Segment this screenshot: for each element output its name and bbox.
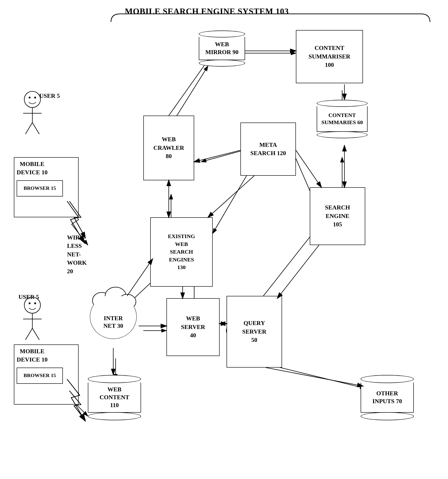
content-summaries-node: CONTENTSUMMARIES 60 bbox=[317, 100, 368, 139]
browser-1-label: BROWSER 15 bbox=[24, 185, 56, 192]
content-summariser-label: CONTENTSUMMARISER100 bbox=[309, 44, 350, 69]
mobile-device-1-label: MOBILEDEVICE 10 bbox=[17, 160, 48, 177]
svg-point-36 bbox=[34, 302, 36, 304]
browser-1-box: BROWSER 15 bbox=[17, 180, 63, 197]
main-title: MOBILE SEARCH ENGINE SYSTEM 103 bbox=[125, 7, 289, 16]
wireless-network-label: WIRE-LESSNET-WORK20 bbox=[67, 233, 87, 276]
lightning-1 bbox=[65, 201, 93, 238]
search-engine-label: SEARCHENGINE105 bbox=[325, 203, 350, 229]
other-inputs-label: OTHERINPUTS 70 bbox=[372, 390, 402, 405]
svg-line-40 bbox=[32, 328, 39, 340]
content-summariser-node: CONTENTSUMMARISER100 bbox=[296, 30, 363, 83]
svg-text:INTER: INTER bbox=[104, 315, 123, 322]
user-1-label: USER 5 bbox=[39, 93, 60, 100]
svg-line-39 bbox=[26, 328, 32, 340]
web-server-node: WEBSERVER40 bbox=[167, 298, 220, 356]
browser-2-label: BROWSER 15 bbox=[24, 372, 56, 379]
query-server-node: QUERYSERVER50 bbox=[227, 296, 282, 368]
meta-search-label: METASEARCH 120 bbox=[250, 141, 286, 158]
diagram: MOBILE SEARCH ENGINE SYSTEM 103 WEBMIRRO… bbox=[0, 0, 448, 479]
search-engine-node: SEARCHENGINE105 bbox=[310, 187, 365, 245]
web-mirror-node: WEBMIRROR 90 bbox=[199, 30, 245, 67]
existing-web-node: EXISTINGWEBSEARCHENGINES130 bbox=[150, 217, 213, 287]
existing-web-label: EXISTINGWEBSEARCHENGINES130 bbox=[168, 233, 195, 271]
user-2-label: USER 5 bbox=[19, 294, 39, 300]
svg-line-8 bbox=[213, 166, 252, 233]
internet-cloud: INTER NET 30 bbox=[88, 287, 139, 347]
svg-point-35 bbox=[29, 302, 31, 304]
content-summaries-label: CONTENTSUMMARIES 60 bbox=[321, 112, 363, 126]
mobile-device-2-label: MOBILEDEVICE 10 bbox=[17, 347, 48, 364]
web-content-label: WEBCONTENT110 bbox=[100, 386, 129, 409]
svg-line-32 bbox=[26, 123, 32, 134]
query-server-label: QUERYSERVER50 bbox=[242, 319, 267, 344]
svg-line-33 bbox=[32, 123, 39, 134]
svg-point-28 bbox=[29, 97, 31, 99]
browser-2-box: BROWSER 15 bbox=[17, 368, 63, 384]
web-mirror-label: WEBMIRROR 90 bbox=[205, 40, 239, 56]
web-content-node: WEBCONTENT110 bbox=[88, 374, 141, 421]
svg-text:NET 30: NET 30 bbox=[103, 322, 123, 329]
svg-point-27 bbox=[24, 91, 40, 107]
svg-point-29 bbox=[34, 97, 36, 99]
web-crawler-label: WEBCRAWLER80 bbox=[154, 135, 184, 160]
other-inputs-node: OTHERINPUTS 70 bbox=[361, 374, 414, 421]
user-2-figure bbox=[19, 296, 46, 342]
web-server-label: WEBSERVER40 bbox=[181, 314, 205, 339]
meta-search-node: METASEARCH 120 bbox=[241, 123, 296, 176]
web-crawler-node: WEBCRAWLER80 bbox=[143, 116, 194, 180]
